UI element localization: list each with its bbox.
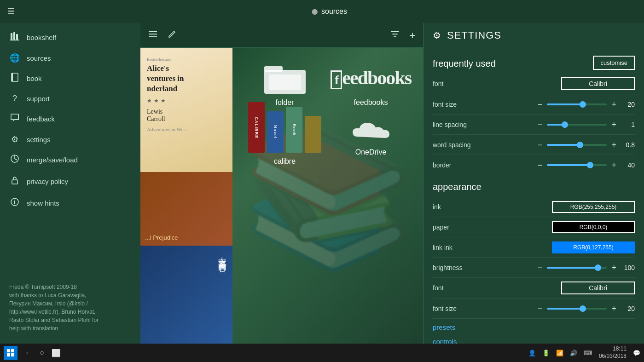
- paper-label: paper: [433, 224, 483, 231]
- settings-row-ink: ink RGB(255,255,255): [433, 197, 635, 217]
- border-value: 40: [621, 161, 635, 169]
- sources-panel: 📚 folder: [232, 48, 423, 344]
- svg-rect-0: [11, 33, 12, 40]
- word-spacing-decrease-button[interactable]: −: [536, 140, 545, 150]
- sidebar-item-hints[interactable]: show hints: [0, 192, 140, 214]
- books-sources-area: Bestsellers.net Alice'sventures innderla…: [140, 48, 423, 344]
- line-spacing-slider[interactable]: [547, 124, 607, 126]
- notification-icon[interactable]: 💬: [633, 350, 640, 356]
- border-decrease-button[interactable]: −: [536, 160, 545, 170]
- settings-row-appearance-font-size: font size − + 20: [433, 299, 635, 319]
- cal-book-3: Book: [286, 107, 302, 153]
- line-spacing-label: line spacing: [433, 121, 483, 128]
- font-size-increase-button[interactable]: +: [609, 99, 618, 109]
- book-pride[interactable]: ...l Prejudice: [140, 172, 232, 246]
- chinese-text-container: 中文書籍內容: [145, 250, 228, 339]
- filter-icon[interactable]: [390, 29, 400, 41]
- svg-rect-5: [12, 73, 13, 81]
- clock-time: 18:11: [599, 345, 627, 353]
- sidebar-item-settings[interactable]: ⚙ settings: [0, 130, 140, 149]
- top-bar-title: sources: [321, 7, 347, 16]
- line-spacing-increase-button[interactable]: +: [609, 120, 618, 130]
- main-row: bookshelf 🌐 sources book ? support feedb…: [0, 23, 644, 344]
- taskbar-nav-icons: ← ○ ⬜: [25, 349, 61, 357]
- alice-author: LewisCarroll: [147, 108, 226, 123]
- sidebar-item-sources[interactable]: 🌐 sources: [0, 48, 140, 68]
- back-button[interactable]: ←: [25, 349, 32, 357]
- link-ink-color-button[interactable]: RGB(0,127,255): [552, 241, 635, 253]
- svg-rect-10: [149, 34, 157, 34]
- cal-book-1: CALIBRE: [248, 102, 265, 153]
- line-spacing-decrease-button[interactable]: −: [536, 120, 545, 130]
- search-button[interactable]: ○: [40, 349, 44, 357]
- border-slider[interactable]: [547, 164, 607, 166]
- taskbar: ← ○ ⬜ 👤 🔋 📶 🔊 ⌨ 18:11 06/03/2018 💬: [0, 344, 644, 362]
- sidebar-item-support-label: support: [27, 95, 50, 103]
- cal-book-4: [305, 116, 321, 153]
- sidebar-item-bookshelf[interactable]: bookshelf: [0, 27, 140, 48]
- font-size-slider[interactable]: [547, 103, 607, 105]
- source-calibre[interactable]: CALIBRE Novel Book calibre: [246, 116, 323, 166]
- settings-row-border: border − + 40: [433, 155, 635, 175]
- svg-rect-17: [7, 353, 10, 356]
- taskbar-clock: 18:11 06/03/2018: [599, 345, 627, 360]
- font-control: Calibri: [488, 77, 635, 90]
- edit-icon[interactable]: [167, 29, 177, 41]
- sidebar-item-book[interactable]: book: [0, 68, 140, 89]
- sidebar-footer: Freda © Turnipsoft 2009-18 with thanks t…: [0, 276, 140, 340]
- feedbooks-label: feedbooks: [354, 98, 388, 107]
- brightness-decrease-button[interactable]: −: [536, 263, 545, 273]
- top-bar-center: ⬤ sources: [22, 7, 637, 16]
- appearance-font-size-slider[interactable]: [547, 308, 607, 310]
- appearance-font-button[interactable]: Calibri: [561, 282, 635, 294]
- sidebar-item-feedback[interactable]: feedback: [0, 108, 140, 130]
- alice-subtitle: Adventures in Wo...: [147, 126, 226, 132]
- ink-color-button[interactable]: RGB(255,255,255): [552, 201, 635, 213]
- word-spacing-increase-button[interactable]: +: [609, 140, 618, 150]
- appearance-font-size-decrease-button[interactable]: −: [536, 304, 545, 314]
- task-view-button[interactable]: ⬜: [52, 349, 61, 357]
- support-icon: ?: [9, 94, 20, 103]
- book-chinese[interactable]: 中文書籍內容: [140, 246, 232, 344]
- hamburger-menu[interactable]: ☰: [7, 6, 15, 17]
- ink-control: RGB(255,255,255): [488, 201, 635, 213]
- word-spacing-slider[interactable]: [547, 144, 607, 146]
- source-folder[interactable]: folder: [246, 62, 323, 107]
- book-alice[interactable]: Bestsellers.net Alice'sventures innderla…: [140, 48, 232, 172]
- settings-panel: ⚙ SETTINGS frequently used customise fon…: [423, 23, 644, 344]
- brightness-increase-button[interactable]: +: [609, 263, 618, 273]
- onedrive-svg-icon: [350, 116, 392, 144]
- sidebar: bookshelf 🌐 sources book ? support feedb…: [0, 23, 140, 344]
- add-book-icon[interactable]: +: [409, 29, 416, 42]
- source-feedbooks[interactable]: feedbooks feedbooks: [332, 62, 409, 107]
- windows-logo-icon: [7, 349, 14, 356]
- sidebar-item-support[interactable]: ? support: [0, 89, 140, 108]
- sidebar-item-settings-label: settings: [27, 136, 51, 144]
- brightness-slider[interactable]: [547, 267, 607, 269]
- list-view-icon[interactable]: [148, 29, 158, 42]
- svg-rect-1: [13, 32, 15, 40]
- settings-row-word-spacing: word spacing − + 0.8: [433, 135, 635, 155]
- appearance-font-size-increase-button[interactable]: +: [609, 304, 618, 314]
- link-ink-label: link ink: [433, 244, 483, 251]
- presets-link[interactable]: presets: [433, 319, 635, 333]
- appearance-font-size-label: font size: [433, 305, 483, 312]
- border-increase-button[interactable]: +: [609, 160, 618, 170]
- customise-button[interactable]: customise: [593, 56, 635, 70]
- svg-rect-13: [264, 66, 283, 72]
- sidebar-item-merge[interactable]: merge/save/load: [0, 149, 140, 171]
- taskbar-system-tray: 👤 🔋 📶 🔊 ⌨ 18:11 06/03/2018 💬: [528, 345, 640, 360]
- paper-color-button[interactable]: RGB(0,0,0): [552, 221, 635, 233]
- sidebar-item-privacy[interactable]: privacy policy: [0, 171, 140, 192]
- font-size-fill: [547, 103, 583, 105]
- brightness-value: 100: [621, 264, 635, 271]
- start-button[interactable]: [4, 346, 17, 360]
- source-onedrive[interactable]: OneDrive: [332, 116, 409, 166]
- controls-link[interactable]: controls: [433, 333, 635, 344]
- font-selector-button[interactable]: Calibri: [561, 77, 635, 90]
- settings-row-paper: paper RGB(0,0,0): [433, 217, 635, 237]
- link-ink-control: RGB(0,127,255): [488, 241, 635, 253]
- settings-title: SETTINGS: [447, 29, 501, 41]
- publisher-label: Bestsellers.net: [147, 57, 226, 62]
- font-size-decrease-button[interactable]: −: [536, 99, 545, 109]
